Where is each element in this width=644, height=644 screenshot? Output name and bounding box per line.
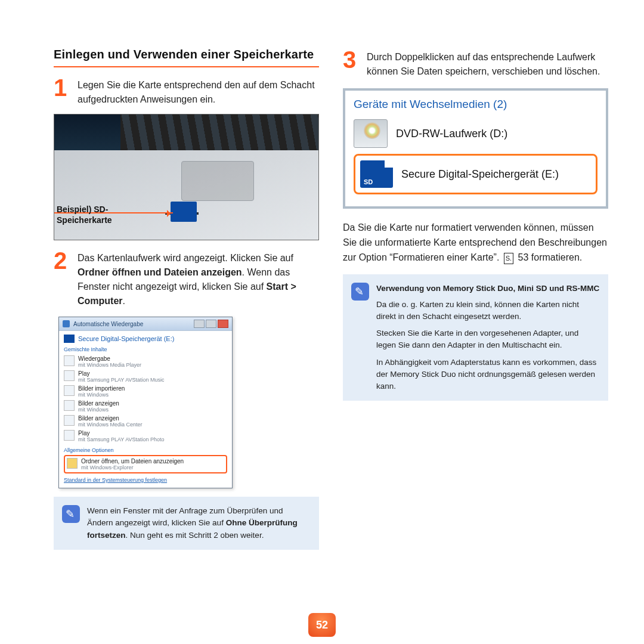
step-text: Durch Doppelklicken auf das entsprechend… [367, 50, 608, 79]
text-bold: Ordner öffnen und Dateien anzeigen [78, 267, 242, 277]
tip-para: In Abhängigkeit vom Adapterstatus kann e… [376, 357, 600, 393]
device-label: DVD-RW-Laufwerk (D:) [396, 127, 507, 141]
heading-rule [54, 66, 319, 67]
format-paragraph: Da Sie die Karte nur formatiert verwende… [343, 221, 608, 265]
dialog-title-text: Automatische Wiedergabe [73, 321, 143, 327]
control-panel-link[interactable]: Standard in der Systemsteuerung festlege… [64, 477, 227, 483]
page-ref-icon: S. [504, 253, 513, 264]
devices-heading: Geräte mit Wechselmedien (2) [354, 98, 597, 111]
tip-para: Stecken Sie die Karte in den vorgesehene… [376, 327, 600, 352]
laptop-photo: Beispiel) SD- Speicherkarte [54, 114, 319, 240]
sd-icon [64, 335, 75, 343]
step-1: 1 Legen Sie die Karte entsprechend den a… [54, 76, 319, 107]
maximize-button[interactable] [206, 320, 216, 328]
text-run: . [123, 296, 125, 306]
device-name: Secure Digital-Speichergerät (E:) [78, 335, 174, 342]
device-item-dvd[interactable]: DVD-RW-Laufwerk (D:) [354, 119, 597, 148]
close-button[interactable] [218, 320, 228, 328]
autoplay-dialog: Automatische Wiedergabe Secure Digital-S… [58, 317, 233, 488]
tip-box: Verwendung von Memory Stick Duo, Mini SD… [343, 274, 608, 401]
autoplay-icon [63, 320, 70, 327]
step-text: Legen Sie die Karte entsprechend den auf… [78, 78, 319, 107]
keyboard-region [120, 114, 318, 150]
device-item-sd-highlighted[interactable]: Secure Digital-Speichergerät (E:) [354, 154, 597, 194]
autoplay-option[interactable]: Playmit Samsung PLAY AVStation Photo [64, 429, 227, 444]
import-icon [64, 385, 75, 396]
pencil-icon [351, 283, 369, 301]
options-list: Wiedergabemit Windows Media Player Playm… [64, 354, 227, 444]
left-column: Einlegen und Verwenden einer Speicherkar… [54, 48, 319, 550]
play-icon [64, 370, 75, 381]
play-icon [64, 430, 75, 441]
autoplay-option[interactable]: Bilder anzeigenmit Windows [64, 399, 227, 414]
autoplay-option[interactable]: Bilder importierenmit Windows [64, 384, 227, 399]
folder-icon [67, 458, 78, 469]
autoplay-option[interactable]: Playmit Samsung PLAY AVStation Music [64, 369, 227, 384]
section-heading: Einlegen und Verwenden einer Speicherkar… [54, 48, 319, 61]
step-number: 2 [54, 249, 72, 308]
autoplay-option[interactable]: Wiedergabemit Windows Media Player [64, 354, 227, 369]
sd-card [171, 202, 197, 222]
mediacenter-icon [64, 415, 75, 426]
step-2: 2 Das Kartenlaufwerk wird angezeigt. Kli… [54, 249, 319, 308]
tip-text: Verwendung von Memory Stick Duo, Mini SD… [376, 283, 600, 392]
tip-title: Verwendung von Memory Stick Duo, Mini SD… [376, 283, 600, 295]
step-number: 3 [343, 48, 361, 79]
autoplay-option-highlighted[interactable]: Ordner öffnen, um Dateien anzuzeigenmit … [64, 455, 227, 473]
window-buttons [194, 320, 228, 328]
step-text: Das Kartenlaufwerk wird angezeigt. Klick… [78, 251, 319, 308]
page-number-badge: 52 [308, 613, 336, 637]
device-label: Secure Digital-Speichergerät (E:) [401, 168, 559, 181]
right-column: 3 Durch Doppelklicken auf das entspreche… [343, 48, 608, 550]
step-3: 3 Durch Doppelklicken auf das entspreche… [343, 48, 608, 79]
dialog-titlebar: Automatische Wiedergabe [59, 317, 232, 331]
step-number: 1 [54, 76, 72, 107]
minimize-button[interactable] [194, 320, 205, 328]
callout-label: Beispiel) SD- Speicherkarte [57, 204, 112, 225]
text-run: Das Kartenlaufwerk wird angezeigt. Klick… [78, 253, 293, 263]
section-label: Allgemeine Optionen [64, 447, 227, 453]
pencil-icon [62, 505, 80, 523]
palmrest-region: Beispiel) SD- Speicherkarte [54, 150, 318, 240]
tip-box: Wenn ein Fenster mit der Anfrage zum Übe… [54, 497, 319, 550]
section-label: Gemischte Inhalte [64, 346, 227, 352]
devices-panel: Geräte mit Wechselmedien (2) DVD-RW-Lauf… [343, 88, 608, 209]
tip-text: Wenn ein Fenster mit der Anfrage zum Übe… [87, 505, 311, 541]
dvd-drive-icon [354, 119, 388, 148]
tip-para: Da die o. g. Karten zu klein sind, könne… [376, 299, 600, 323]
trackpad [181, 161, 254, 201]
sd-drive-icon [360, 160, 393, 188]
wmp-icon [64, 355, 75, 366]
picture-icon [64, 400, 75, 411]
autoplay-option[interactable]: Bilder anzeigenmit Windows Media Center [64, 414, 227, 429]
